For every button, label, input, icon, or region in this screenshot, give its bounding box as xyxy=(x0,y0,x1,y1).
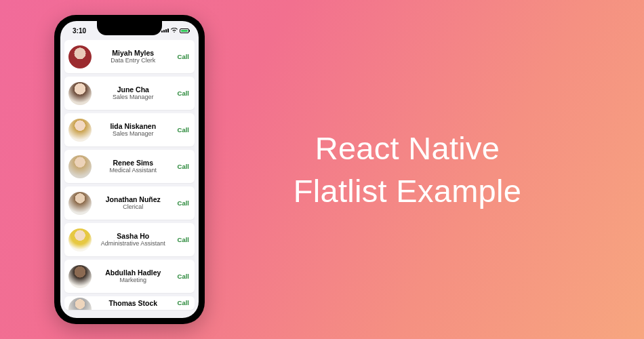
avatar xyxy=(68,45,92,68)
list-item[interactable]: Iida Niskanen Sales Manager Call xyxy=(64,113,195,146)
contact-name: Jonathan Nuñez xyxy=(92,195,175,203)
avatar xyxy=(68,82,92,105)
contact-name: Abdullah Hadley xyxy=(92,268,175,277)
phone-frame: 3:10 Miyah Myles Data Entry Clerk Call xyxy=(54,15,205,324)
contact-name: Renee Sims xyxy=(92,159,175,167)
contact-role: Sales Manager xyxy=(92,130,175,137)
contact-role: Administrative Assistant xyxy=(92,240,175,247)
contact-info: Abdullah Hadley Marketing xyxy=(92,268,175,283)
status-bar: 3:10 xyxy=(60,21,199,40)
status-time: 3:10 xyxy=(73,27,86,35)
contact-info: Thomas Stock xyxy=(92,299,175,307)
contact-role: Marketing xyxy=(92,277,175,283)
contact-info: Iida Niskanen Sales Manager xyxy=(92,122,175,137)
call-button[interactable]: Call xyxy=(175,53,189,60)
contact-role: Clerical xyxy=(92,203,175,210)
page-title: React Native Flatlist Example xyxy=(294,127,522,213)
list-item[interactable]: Jonathan Nuñez Clerical Call xyxy=(64,186,195,220)
contact-role: Medical Assistant xyxy=(92,167,175,174)
battery-icon xyxy=(180,28,189,33)
list-item[interactable]: Renee Sims Medical Assistant Call xyxy=(64,150,195,183)
contact-name: Thomas Stock xyxy=(92,299,175,307)
call-button[interactable]: Call xyxy=(175,299,189,306)
call-button[interactable]: Call xyxy=(175,236,189,243)
call-button[interactable]: Call xyxy=(175,89,189,97)
phone-screen: 3:10 Miyah Myles Data Entry Clerk Call xyxy=(60,21,199,318)
contact-info: Sasha Ho Administrative Assistant xyxy=(92,232,175,247)
phone-mockup: 3:10 Miyah Myles Data Entry Clerk Call xyxy=(54,15,205,324)
list-item[interactable]: June Cha Sales Manager Call xyxy=(64,77,195,110)
status-indicators xyxy=(161,28,189,33)
list-item[interactable]: Miyah Myles Data Entry Clerk Call xyxy=(64,40,195,73)
contact-info: Miyah Myles Data Entry Clerk xyxy=(92,49,175,64)
list-item[interactable]: Abdullah Hadley Marketing Call xyxy=(64,260,195,293)
contact-name: Sasha Ho xyxy=(92,232,175,240)
list-item[interactable]: Thomas Stock Call xyxy=(64,296,195,310)
contact-name: Iida Niskanen xyxy=(92,122,175,130)
contact-info: June Cha Sales Manager xyxy=(92,85,175,100)
cellular-signal-icon xyxy=(161,28,169,33)
avatar xyxy=(68,228,92,252)
avatar xyxy=(68,298,92,310)
title-line-1: React Native xyxy=(315,130,500,166)
contact-role: Data Entry Clerk xyxy=(92,57,175,64)
call-button[interactable]: Call xyxy=(175,126,189,134)
avatar xyxy=(68,265,92,288)
contact-info: Renee Sims Medical Assistant xyxy=(92,159,175,174)
contact-info: Jonathan Nuñez Clerical xyxy=(92,195,175,210)
contact-role: Sales Manager xyxy=(92,94,175,100)
call-button[interactable]: Call xyxy=(175,163,189,170)
page-title-block: React Native Flatlist Example xyxy=(205,127,644,213)
avatar xyxy=(68,192,92,215)
list-item[interactable]: Sasha Ho Administrative Assistant Call xyxy=(64,223,195,256)
avatar xyxy=(68,155,92,178)
call-button[interactable]: Call xyxy=(175,273,189,280)
title-line-2: Flatlist Example xyxy=(294,173,522,209)
wifi-icon xyxy=(171,28,178,33)
contact-name: June Cha xyxy=(92,85,175,94)
call-button[interactable]: Call xyxy=(175,199,189,207)
avatar xyxy=(68,119,92,142)
contact-list[interactable]: Miyah Myles Data Entry Clerk Call June C… xyxy=(60,40,199,310)
contact-name: Miyah Myles xyxy=(92,49,175,57)
